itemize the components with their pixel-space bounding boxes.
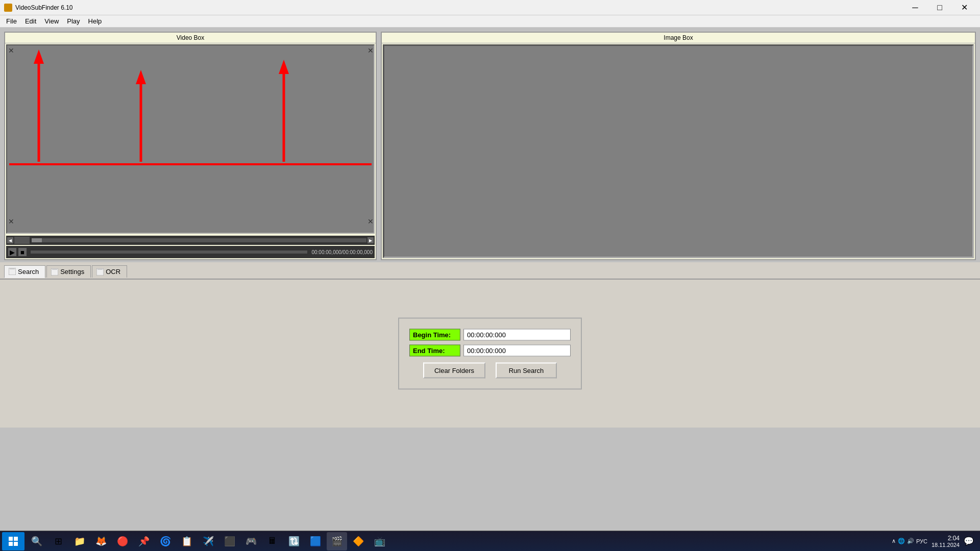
lang-indicator[interactable]: РУС <box>916 538 927 544</box>
firefox-icon: 🦊 <box>95 536 107 547</box>
menu-play[interactable]: Play <box>63 16 84 26</box>
begin-time-input[interactable] <box>463 329 571 341</box>
tray-up-icon[interactable]: ∧ <box>892 538 896 544</box>
red-horizontal-line <box>9 163 372 165</box>
end-time-row: End Time: <box>409 345 571 357</box>
menu-edit[interactable]: Edit <box>21 16 40 26</box>
tab-content: Begin Time: End Time: Clear Folders Run … <box>0 280 980 428</box>
end-time-label: End Time: <box>409 345 460 357</box>
svg-rect-13 <box>14 537 18 541</box>
app5-icon: 📌 <box>138 536 150 547</box>
clock-time: 2:04 <box>932 535 960 542</box>
red-arrow-3 <box>278 60 290 162</box>
explorer-icon: 📁 <box>74 536 85 547</box>
image-area <box>383 44 974 258</box>
maximize-button[interactable]: □ <box>928 0 951 15</box>
begin-time-row: Begin Time: <box>409 329 571 341</box>
clear-folders-button[interactable]: Clear Folders <box>423 363 485 379</box>
video-scrollbar[interactable]: ◀ ▶ <box>6 236 375 245</box>
notification-icon[interactable]: 💬 <box>964 536 974 546</box>
calc-icon: 🖩 <box>268 536 277 546</box>
settings-tab-icon <box>51 268 58 276</box>
steam-icon: 🎮 <box>246 536 257 547</box>
taskbar-app4-icon[interactable]: 🔴 <box>112 532 133 550</box>
ocr-tab-icon <box>96 268 104 276</box>
scroll-thumb[interactable] <box>32 238 42 242</box>
image-box-title: Image Box <box>382 33 975 43</box>
tab-search[interactable]: Search <box>4 265 45 278</box>
minimize-button[interactable]: ─ <box>903 0 927 15</box>
video-box-title: Video Box <box>5 33 376 43</box>
end-time-input[interactable] <box>463 345 571 357</box>
menu-bar: File Edit View Play Help <box>0 15 980 28</box>
terminal-icon: ⬛ <box>224 536 235 547</box>
taskbar-steam-icon[interactable]: 🎮 <box>241 532 261 550</box>
taskbar-filezilla-icon[interactable]: 🔃 <box>284 532 304 550</box>
taskbar-search-icon[interactable]: 🔍 <box>27 532 47 550</box>
taskbar: 🔍 ⊞ 📁 🦊 🔴 📌 🌀 📋 ✈️ ⬛ 🎮 <box>0 531 980 551</box>
stop-button[interactable]: ■ <box>18 248 27 256</box>
clock-date: 18.11.2024 <box>932 542 960 548</box>
taskbar-icons: 🔍 ⊞ 📁 🦊 🔴 📌 🌀 📋 ✈️ ⬛ 🎮 <box>27 532 892 550</box>
playback-controls: ▶ ■ 00:00:00,000/00:00:00,000 <box>6 246 375 258</box>
scroll-left-arrow[interactable]: ◀ <box>7 237 13 243</box>
taskbar-firefox-icon[interactable]: 🦊 <box>91 532 111 550</box>
title-bar: VideoSubFinder 6.10 ─ □ ✕ <box>0 0 980 15</box>
scroll-right-arrow[interactable]: ▶ <box>368 237 374 243</box>
tab-ocr[interactable]: OCR <box>92 265 127 278</box>
taskbar-clock[interactable]: 2:04 18.11.2024 <box>932 535 960 548</box>
start-button[interactable] <box>2 532 24 550</box>
taskbar-telegram-icon[interactable]: ✈️ <box>198 532 218 550</box>
taskbar-right: ∧ 🌐 🔊 РУС 2:04 18.11.2024 💬 <box>892 535 978 548</box>
menu-help[interactable]: Help <box>84 16 106 26</box>
image-box-container: Image Box <box>381 32 976 260</box>
taskbar-terminal-icon[interactable]: ⬛ <box>219 532 240 550</box>
search-tab-icon <box>9 268 16 275</box>
filezilla-icon: 🔃 <box>288 536 300 547</box>
svg-marker-5 <box>279 60 289 74</box>
taskbar-task-view-icon[interactable]: ⊞ <box>48 532 68 550</box>
red-arrow-2 <box>135 70 147 162</box>
taskbar-app5-icon[interactable]: 📌 <box>134 532 154 550</box>
taskbar-app16-icon[interactable]: 📺 <box>370 532 390 550</box>
network-icon: 🌐 <box>898 538 905 544</box>
taskbar-calc-icon[interactable]: 🖩 <box>262 532 283 550</box>
taskbar-app13-icon[interactable]: 🟦 <box>305 532 326 550</box>
time-display: 00:00:00,000/00:00:00,000 <box>311 249 373 255</box>
menu-view[interactable]: View <box>40 16 63 26</box>
taskbar-explorer-icon[interactable]: 📁 <box>69 532 90 550</box>
taskbar-vsf-icon[interactable]: 🎬 <box>327 532 347 550</box>
app15-icon: 🔶 <box>353 536 364 547</box>
svg-rect-12 <box>9 537 13 541</box>
taskbar-app7-icon[interactable]: 📋 <box>177 532 197 550</box>
system-tray: ∧ 🌐 🔊 РУС <box>892 538 927 544</box>
run-search-button[interactable]: Run Search <box>496 363 557 379</box>
tab-ocr-label: OCR <box>106 268 120 276</box>
search-panel: Begin Time: End Time: Clear Folders Run … <box>398 318 582 390</box>
boxes-area: Video Box ✕ ✕ ✕ ✕ <box>0 28 980 262</box>
play-button[interactable]: ▶ <box>8 248 16 256</box>
corner-bl-marker: ✕ <box>8 217 13 222</box>
app-icon <box>4 4 12 12</box>
close-button[interactable]: ✕ <box>952 0 976 15</box>
tab-settings[interactable]: Settings <box>46 265 91 278</box>
tabs-bar: Search Settings OCR <box>0 262 980 280</box>
svg-rect-14 <box>9 542 13 546</box>
title-bar-controls: ─ □ ✕ <box>903 0 976 15</box>
tab-settings-label: Settings <box>60 268 84 276</box>
video-box-container: Video Box ✕ ✕ ✕ ✕ <box>4 32 377 260</box>
taskbar-app6-icon[interactable]: 🌀 <box>155 532 176 550</box>
taskbar-app15-icon[interactable]: 🔶 <box>348 532 369 550</box>
corner-br-marker: ✕ <box>368 217 373 222</box>
title-bar-left: VideoSubFinder 6.10 <box>4 4 73 12</box>
window-title: VideoSubFinder 6.10 <box>15 4 73 11</box>
volume-icon[interactable]: 🔊 <box>907 538 914 544</box>
svg-marker-1 <box>34 49 44 64</box>
menu-file[interactable]: File <box>2 16 21 26</box>
time-track[interactable] <box>31 251 307 254</box>
begin-time-label: Begin Time: <box>409 329 460 341</box>
app4-icon: 🔴 <box>117 536 128 547</box>
svg-rect-15 <box>14 542 18 546</box>
app6-icon: 🌀 <box>160 536 171 547</box>
scroll-track[interactable] <box>32 238 366 242</box>
